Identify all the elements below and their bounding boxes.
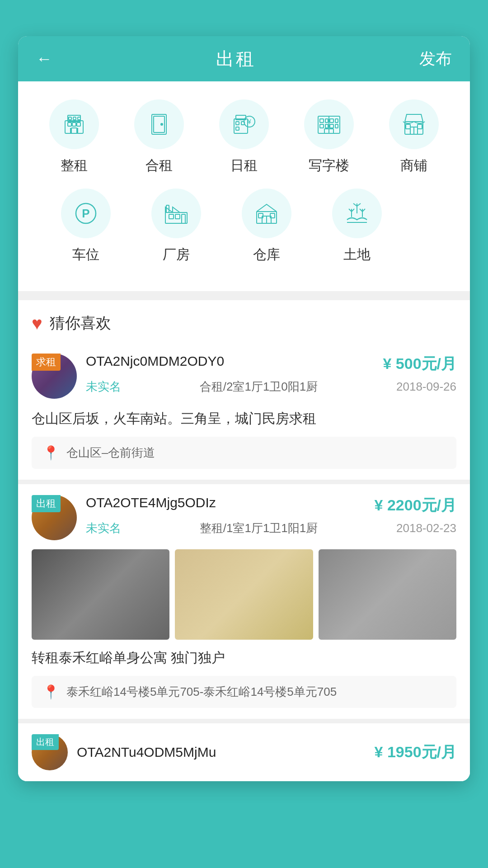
listing-price-1: ¥ 500元/月 [383, 354, 456, 374]
listing-date-2: 2018-02-23 [396, 521, 456, 535]
changfang-label: 厂房 [163, 245, 190, 264]
badge-2: 出租 [32, 495, 61, 512]
xiezilou-icon-circle [304, 99, 354, 149]
svg-rect-17 [236, 127, 239, 130]
hezu-icon-circle [134, 99, 184, 149]
publish-button[interactable]: 发布 [419, 48, 452, 70]
page-title: 出租 [216, 47, 256, 71]
listing-verify-2: 未实名 [86, 520, 121, 536]
svg-rect-28 [325, 124, 328, 128]
room-img-1 [32, 549, 169, 640]
shop-icon [401, 112, 427, 137]
category-tudi[interactable]: 土地 [312, 189, 402, 264]
category-hezu[interactable]: 合租 [121, 99, 197, 175]
section-divider-1 [18, 291, 470, 300]
category-rizu[interactable]: ¥ 日租 [206, 99, 282, 175]
avatar-wrapper-2: 出租 [32, 495, 77, 540]
svg-rect-7 [72, 123, 76, 126]
heart-icon: ♥ [32, 313, 42, 334]
listing-detail-2: 整租/1室1厅1卫1阳1厨 [200, 520, 318, 536]
category-cangku[interactable]: 仓库 [221, 189, 312, 264]
listing-card-3-partial[interactable]: 出租 OTA2NTu4ODM5MjMu ¥ 1950元/月 [18, 723, 470, 781]
partial-content-3: 出租 OTA2NTu4ODM5MjMu ¥ 1950元/月 [32, 734, 456, 770]
door-icon [146, 112, 172, 137]
shangpu-icon-circle [389, 99, 439, 149]
location-text-2: 泰禾红峪14号楼5单元705-泰禾红峪14号楼5单元705 [66, 684, 337, 700]
svg-line-51 [357, 203, 361, 206]
svg-rect-27 [320, 124, 324, 128]
listing-price-3: ¥ 1950元/月 [375, 742, 456, 763]
app-container: ← 出租 发布 [18, 36, 470, 781]
svg-rect-30 [335, 124, 338, 128]
listing-location-2: 📍 泰禾红峪14号楼5单元705-泰禾红峪14号楼5单元705 [32, 676, 456, 708]
zhengzu-label: 整租 [61, 156, 88, 175]
svg-rect-9 [73, 117, 76, 120]
category-shangpu[interactable]: 商铺 [375, 99, 452, 175]
listing-name-1: OTA2Njc0MDM2ODY0 [86, 354, 224, 369]
category-section: 整租 合租 [18, 81, 470, 291]
building-coin-icon: ¥ [231, 112, 257, 137]
svg-line-50 [353, 203, 357, 206]
back-button[interactable]: ← [36, 49, 52, 68]
listing-top-2: 出租 OTA2OTE4Mjg5ODIz ¥ 2200元/月 未实名 整租/1室1… [32, 495, 456, 540]
svg-rect-25 [330, 119, 333, 123]
land-icon [344, 201, 370, 226]
category-chewei[interactable]: P 车位 [41, 189, 131, 264]
listing-name-2: OTA2OTE4Mjg5ODIz [86, 495, 216, 510]
shangpu-label: 商铺 [400, 156, 427, 175]
badge-1: 求租 [32, 354, 61, 371]
listing-location-1: 📍 仓山区–仓前街道 [32, 437, 456, 469]
category-zhengzu[interactable]: 整租 [36, 99, 113, 175]
badge-3: 出租 [32, 734, 59, 750]
svg-rect-40 [169, 214, 174, 219]
office-icon [316, 112, 342, 137]
category-row-1: 整租 合租 [32, 99, 456, 175]
listing-name-row-1: OTA2Njc0MDM2ODY0 ¥ 500元/月 [86, 354, 456, 374]
warehouse-icon [254, 201, 279, 226]
category-changfang[interactable]: 厂房 [131, 189, 221, 264]
listing-price-2: ¥ 2200元/月 [375, 495, 456, 516]
changfang-icon-circle [151, 189, 201, 238]
svg-rect-35 [406, 124, 410, 129]
apartment-icon [61, 112, 87, 137]
listing-card-1[interactable]: 求租 OTA2Njc0MDM2ODY0 ¥ 500元/月 未实名 合租/2室1厅… [18, 343, 470, 484]
tudi-icon-circle [332, 189, 382, 238]
svg-rect-41 [175, 214, 180, 219]
listing-info-2: OTA2OTE4Mjg5ODIz ¥ 2200元/月 未实名 整租/1室1厅1卫… [86, 495, 456, 536]
svg-text:¥: ¥ [247, 118, 251, 125]
svg-rect-26 [335, 119, 338, 123]
location-pin-2: 📍 [42, 684, 59, 700]
category-row-2: P 车位 厂房 [32, 189, 456, 264]
svg-text:P: P [82, 207, 89, 220]
svg-rect-36 [418, 124, 422, 129]
cangku-label: 仓库 [253, 245, 280, 264]
listing-top-1: 求租 OTA2Njc0MDM2ODY0 ¥ 500元/月 未实名 合租/2室1厅… [32, 354, 456, 399]
zhengzu-icon-circle [49, 99, 99, 149]
location-text-1: 仓山区–仓前街道 [66, 445, 155, 461]
category-xiezilou[interactable]: 写字楼 [291, 99, 367, 175]
hezu-label: 合租 [145, 156, 173, 175]
rizu-label: 日租 [230, 156, 258, 175]
recommend-title: 猜你喜欢 [50, 313, 111, 334]
listing-name-3: OTA2NTu4ODM5MjMu [77, 745, 216, 760]
listing-date-1: 2018-09-26 [396, 380, 456, 394]
listing-verify-1: 未实名 [86, 379, 121, 395]
parking-icon: P [73, 201, 99, 226]
factory-icon [164, 201, 189, 226]
svg-rect-4 [71, 128, 77, 133]
listing-desc-1: 仓山区后坂，火车南站。三角呈，城门民房求租 [32, 408, 456, 429]
listing-images-2 [32, 549, 456, 640]
tudi-label: 土地 [343, 245, 371, 264]
listing-meta-row-2: 未实名 整租/1室1厅1卫1阳1厨 2018-02-23 [86, 520, 456, 536]
chewei-label: 车位 [72, 245, 99, 264]
svg-rect-42 [182, 214, 185, 223]
svg-point-13 [161, 123, 163, 125]
listing-info-1: OTA2Njc0MDM2ODY0 ¥ 500元/月 未实名 合租/2室1厅1卫0… [86, 354, 456, 395]
location-pin-1: 📍 [42, 445, 59, 461]
cangku-icon-circle [242, 189, 291, 238]
avatar-wrapper-3: 出租 [32, 734, 68, 770]
recommend-header: ♥ 猜你喜欢 [18, 300, 470, 343]
listing-card-2[interactable]: 出租 OTA2OTE4Mjg5ODIz ¥ 2200元/月 未实名 整租/1室1… [18, 484, 470, 723]
xiezilou-label: 写字楼 [309, 156, 349, 175]
room-img-2 [175, 549, 313, 640]
